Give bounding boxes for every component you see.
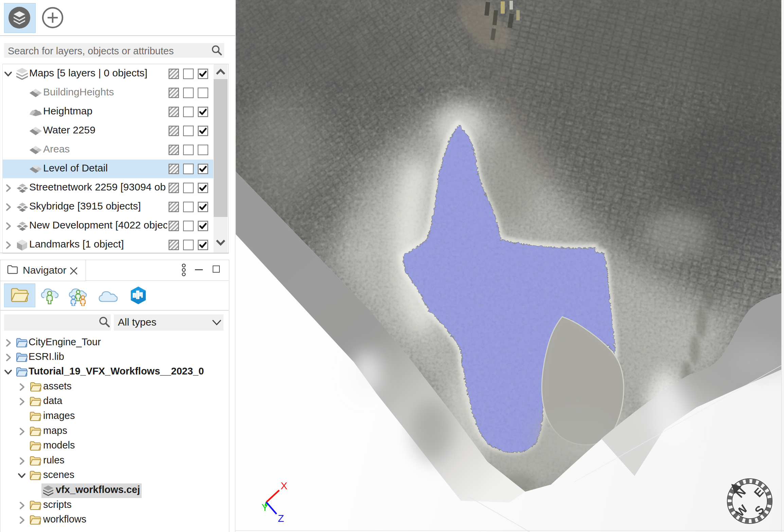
- svg-text:X: X: [281, 480, 287, 491]
- svg-text:Z: Z: [278, 513, 284, 524]
